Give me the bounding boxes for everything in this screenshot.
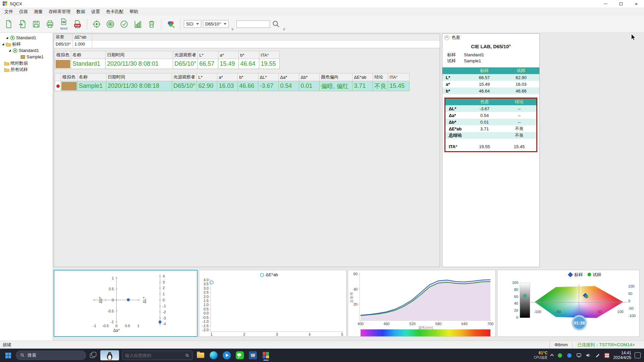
col-header-illuminant-observer[interactable]: 光源观察者 xyxy=(173,51,198,59)
maximize-icon xyxy=(620,2,623,5)
col-header-verdict[interactable]: 结论 xyxy=(373,73,388,81)
standard-row[interactable]: Standard1 2020/11/30 8:08:01 D65/10° 66.… xyxy=(55,59,280,69)
col-header-simulated-color[interactable]: 模拟色 xyxy=(61,73,77,81)
menu-instrument[interactable]: 仪器 xyxy=(16,8,31,15)
maximize-button[interactable] xyxy=(613,0,629,8)
word-button[interactable]: W xyxy=(248,350,258,361)
diff-value: 0.01 xyxy=(467,119,502,125)
menu-sample-library[interactable]: 存样库管理 xyxy=(46,8,73,15)
tray-expand-button[interactable] xyxy=(550,354,554,358)
col-header-datetime[interactable]: 日期时间 xyxy=(106,73,172,81)
sci-sce-select[interactable]: SCI xyxy=(184,20,201,28)
sample-row[interactable]: Sample1 2020/11/30 8:08:18 D65/10° 62.90… xyxy=(55,81,410,91)
average-measure-button[interactable] xyxy=(118,17,130,32)
menu-file[interactable]: 文件 xyxy=(1,8,16,15)
col-header-a[interactable]: a* xyxy=(217,73,238,81)
export-word-button[interactable]: W Word xyxy=(58,17,70,32)
measure-standard-button[interactable] xyxy=(91,17,103,32)
expand-arrow-icon[interactable]: ◢ xyxy=(9,49,12,52)
print-button[interactable] xyxy=(44,17,56,32)
taskbar-input[interactable] xyxy=(122,351,193,360)
measure-sample-button[interactable] xyxy=(104,17,116,32)
col-header-dL[interactable]: ΔL* xyxy=(258,73,279,81)
blue-app-button[interactable] xyxy=(222,350,232,361)
delete-button[interactable] xyxy=(146,17,158,32)
volume-icon[interactable] xyxy=(585,352,591,358)
tree-item-standard1[interactable]: ◢ Standard1 xyxy=(0,47,53,54)
tree-item-sample1[interactable]: Sample1 xyxy=(0,54,53,60)
col-header-illuminant-observer[interactable]: 光源观察者 xyxy=(172,73,197,81)
col-header-name[interactable]: 名称 xyxy=(71,51,106,59)
tree-item-absolute-data[interactable]: 绝对数据 xyxy=(0,60,53,66)
toolbar-overflow-button[interactable] xyxy=(231,28,234,31)
menu-data[interactable]: 数据 xyxy=(73,8,88,15)
col-header-ITA[interactable]: ITA° xyxy=(259,51,280,59)
expand-arrow-icon[interactable]: ◢ xyxy=(6,36,10,39)
notification-center-button[interactable] xyxy=(635,352,641,358)
col-header-color-deviation[interactable]: 颜色偏向 xyxy=(320,73,353,81)
sample-point xyxy=(585,295,588,298)
widgets-button[interactable] xyxy=(100,350,119,360)
delta-e-trend-chart-panel[interactable]: ΔE*ab4.03.53.02.52.01.51.00.50.0-0.5-1.0… xyxy=(199,270,346,337)
col-header-b[interactable]: b* xyxy=(239,51,259,59)
menu-color-card-match[interactable]: 色卡匹配 xyxy=(103,8,126,15)
expand-arrow-icon[interactable]: ◢ xyxy=(2,43,6,46)
tray-red-app-icon[interactable] xyxy=(604,352,610,358)
clock[interactable]: 14:41 2024/4/25 xyxy=(613,351,631,360)
export-pdf-button[interactable]: PDF xyxy=(71,17,84,32)
menu-settings[interactable]: 设置 xyxy=(88,8,103,15)
chart-button[interactable] xyxy=(132,17,144,32)
illuminant-select[interactable]: D65/10° xyxy=(203,20,229,28)
close-button[interactable]: × xyxy=(629,0,644,8)
search-button[interactable] xyxy=(272,17,280,32)
tray-blue-app-icon[interactable] xyxy=(567,352,573,358)
col-header-db[interactable]: Δb* xyxy=(299,73,320,81)
svg-text:W: W xyxy=(62,20,65,24)
lab-difference-chart-panel[interactable]: -1-0.500.5110.50-0.5-1Δa*Δb*43210-1-2-3-… xyxy=(54,270,198,337)
col-header-name[interactable]: 名称 xyxy=(77,73,106,81)
col-header-da[interactable]: Δa* xyxy=(279,73,299,81)
task-view-button[interactable] xyxy=(89,351,97,359)
svg-text:4.0: 4.0 xyxy=(204,278,209,282)
menu-measure[interactable]: 测量 xyxy=(31,8,46,15)
minimize-button[interactable] xyxy=(598,0,613,8)
taskbar-search[interactable]: 搜索 xyxy=(16,351,86,360)
color-match-button[interactable] xyxy=(165,17,177,32)
pen-icon[interactable] xyxy=(595,352,601,358)
taskbar-input-field[interactable] xyxy=(125,353,183,358)
file-explorer-button[interactable] xyxy=(196,350,206,361)
menu-help[interactable]: 帮助 xyxy=(126,8,141,15)
tree-item-standards-folder[interactable]: ◢ 标样 xyxy=(0,41,53,47)
sqcx-app-button[interactable] xyxy=(261,350,271,361)
col-header-a[interactable]: a* xyxy=(218,51,239,59)
wechat-button[interactable] xyxy=(235,350,245,361)
toolbar-overflow-button[interactable] xyxy=(283,28,285,31)
color-gamut-chart-panel[interactable]: 标样试样100806040200-100-5050100100500-50-10… xyxy=(497,270,640,337)
tray-green-app-icon[interactable] xyxy=(557,352,563,358)
start-button[interactable] xyxy=(3,351,13,360)
svg-text:-2.0: -2.0 xyxy=(202,328,209,332)
tree-item-standard1-root[interactable]: ◢ Standard1 xyxy=(0,35,53,41)
col-header-ITA[interactable]: ITA° xyxy=(388,73,410,81)
svg-text:0: 0 xyxy=(112,298,114,302)
collapse-panel-button[interactable] xyxy=(444,35,449,40)
col-header-simulated-color[interactable]: 模拟色 xyxy=(55,51,71,59)
tolerance-value-cell[interactable]: 1.000 xyxy=(73,41,92,48)
edge-browser-button[interactable] xyxy=(209,350,219,361)
col-header-L[interactable]: L* xyxy=(197,73,217,81)
col-header-L[interactable]: L* xyxy=(198,51,218,59)
status-aperture: Φ8mm xyxy=(549,341,572,349)
titlebar: SQCX × xyxy=(0,0,644,8)
col-header-datetime[interactable]: 日期时间 xyxy=(106,51,173,59)
network-icon[interactable] xyxy=(576,352,582,358)
cpu-temp-widget[interactable]: 61°C CPU温度 xyxy=(534,351,547,360)
save-button[interactable] xyxy=(30,17,42,32)
col-header-dE[interactable]: ΔE*ab xyxy=(353,73,373,81)
new-document-button[interactable] xyxy=(3,17,15,32)
col-header-b[interactable]: b* xyxy=(238,73,258,81)
spectral-reflectance-chart-panel[interactable]: 604020400460520580640700波长(nm)反射率 xyxy=(348,270,496,337)
search-input[interactable] xyxy=(236,20,270,28)
open-export-button[interactable] xyxy=(16,17,29,32)
tree-item-all-samples[interactable]: 所有试样 xyxy=(0,66,53,73)
tolerance-illuminant-cell[interactable]: D65/10° xyxy=(54,41,73,48)
